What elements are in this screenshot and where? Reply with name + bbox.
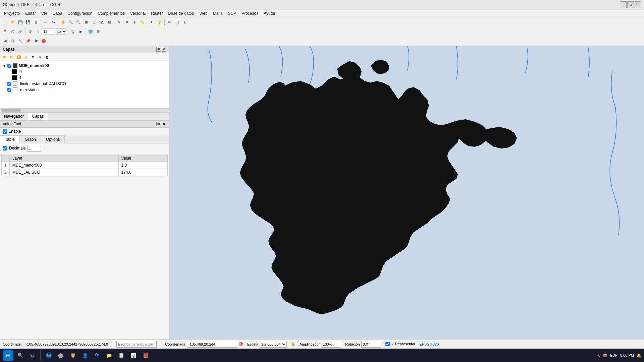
menu-editar[interactable]: Editar [22, 10, 38, 16]
layer-mde-menor500-checkbox[interactable] [7, 64, 11, 68]
move-bottom-btn[interactable]: ⬇ [37, 54, 43, 60]
maximize-button[interactable]: □ [627, 1, 634, 8]
stats-btn[interactable]: Σ [181, 18, 189, 26]
unit-select[interactable]: px [56, 28, 67, 35]
move-top-btn[interactable]: ⬆ [30, 54, 36, 60]
menu-web[interactable]: Web [197, 10, 210, 16]
vt-float-btn[interactable]: ⊞ [156, 122, 161, 126]
layer-mde-menor500[interactable]: ▼ MDE_menor500 [1, 63, 168, 69]
layer-tools-btn[interactable]: ⚙ [95, 28, 102, 35]
layer-mexstates[interactable]: mexstates [1, 87, 168, 93]
deselect-btn[interactable]: ✕ [123, 18, 130, 26]
plugin4-btn[interactable]: 🔴 [40, 37, 47, 45]
filter-btn2[interactable]: ⚡ [22, 54, 29, 60]
taskbar-chrome[interactable]: ⬤ [55, 350, 66, 361]
menu-vectorial[interactable]: Vectorial [127, 10, 148, 16]
menu-raster[interactable]: Ráster [148, 10, 165, 16]
menu-base-datos[interactable]: Base de datos [166, 10, 197, 16]
tab-capas[interactable]: Capas [28, 113, 48, 120]
new-group-btn[interactable]: 📁 [8, 54, 15, 60]
zoom-select-btn[interactable]: ⊠ [98, 18, 105, 26]
search-input[interactable] [116, 341, 157, 348]
tab-navegador[interactable]: Navegador [0, 113, 28, 120]
layers-float-btn[interactable]: ⊞ [156, 47, 161, 52]
attr-table-btn[interactable]: 📊 [173, 18, 181, 26]
taskbar-search[interactable]: 🔍 [15, 350, 25, 361]
coordenada-input[interactable] [187, 341, 237, 348]
gps-btn[interactable]: 📡 [69, 28, 77, 35]
taskbar-edge[interactable]: 🌐 [43, 350, 54, 361]
taskbar-app4[interactable]: 👤 [79, 350, 90, 361]
menu-configuracion[interactable]: Configuración [65, 10, 95, 16]
tray-up-arrow[interactable]: ∧ [597, 353, 600, 358]
vt-close-btn[interactable]: ✕ [162, 122, 166, 126]
identify-btn[interactable]: ℹ [131, 18, 138, 26]
zoom-in-btn[interactable]: 🔍 [67, 18, 74, 26]
tray-dropbox[interactable]: 📦 [603, 353, 607, 358]
minimize-button[interactable]: — [620, 1, 627, 8]
print-btn[interactable]: 🖨 [32, 18, 40, 26]
zoom-out-btn[interactable]: 🔍 [75, 18, 82, 26]
taskbar-qgis[interactable]: 🗺 [92, 350, 102, 361]
snap-btn[interactable]: 🔗 [17, 28, 24, 35]
start-button[interactable]: ⊞ [3, 350, 13, 361]
layer-limite-estadual[interactable]: limite_estadual_JALISCO [1, 81, 168, 87]
taskbar-pdf[interactable]: 📕 [140, 350, 151, 361]
save-as-btn[interactable]: 💾 [24, 18, 32, 26]
rotacion-input[interactable] [361, 341, 381, 348]
menu-proyecto[interactable]: Proyecto [1, 10, 22, 16]
plugin3-btn[interactable]: 🛠 [32, 37, 40, 45]
amplificador-input[interactable] [321, 341, 341, 348]
measure-btn[interactable]: 📏 [139, 18, 146, 26]
hscroll-thumb[interactable] [1, 109, 21, 112]
filter-layer-btn[interactable]: 🔽 [15, 54, 22, 60]
epsg-label[interactable]: EPSG:4326 [419, 342, 439, 346]
plugin1-btn[interactable]: 🔧 [17, 37, 24, 45]
vt-tab-table[interactable]: Table [0, 135, 20, 143]
open-btn[interactable]: 📂 [9, 18, 16, 26]
map-area[interactable] [169, 46, 644, 339]
enable-checkbox[interactable] [3, 129, 7, 134]
scale-btn[interactable]: ⤡ [34, 28, 42, 35]
vt-tab-options[interactable]: Options [41, 135, 65, 143]
close-button[interactable]: ✕ [635, 1, 641, 8]
refresh-btn[interactable]: ↻ [148, 18, 156, 26]
taskbar-task-view[interactable]: ⧉ [27, 350, 38, 361]
layer-mexstates-checkbox[interactable] [7, 88, 11, 92]
menu-ver[interactable]: Ver [39, 10, 50, 16]
new-btn[interactable]: 📄 [1, 18, 9, 26]
menu-ayuda[interactable]: Ayuda [261, 10, 278, 16]
taskbar-file[interactable]: 📁 [104, 350, 114, 361]
menu-complementos[interactable]: Complementos [95, 10, 127, 16]
edit-btn[interactable]: ✏ [166, 18, 173, 26]
menu-malla[interactable]: Malla [210, 10, 225, 16]
taskbar-app7[interactable]: 📋 [116, 350, 126, 361]
plugin2-btn[interactable]: 📌 [24, 37, 32, 45]
zoom-layer-btn[interactable]: ⊡ [90, 18, 98, 26]
escala-select[interactable]: 1:2.003.054 [260, 341, 287, 348]
menu-procesos[interactable]: Procesos [239, 10, 261, 16]
node-tool-btn[interactable]: ⬡ [9, 28, 16, 35]
zoom-native-btn[interactable]: ⊟ [106, 18, 113, 26]
tray-notification[interactable]: 🔔 [637, 353, 641, 358]
zoom-full-btn[interactable]: ⊞ [83, 18, 90, 26]
save-btn[interactable]: 💾 [17, 18, 24, 26]
redo-btn[interactable]: ↪ [50, 18, 57, 26]
representar-checkbox[interactable] [385, 342, 390, 346]
taskbar-powerpoint[interactable]: 📊 [128, 350, 139, 361]
font-size-input[interactable] [42, 28, 55, 35]
decimals-checkbox[interactable] [3, 146, 7, 150]
decimals-input[interactable] [28, 145, 41, 152]
menu-scp[interactable]: SCP [225, 10, 239, 16]
select-btn[interactable]: ↖ [115, 18, 123, 26]
back-btn[interactable]: ◀ [1, 37, 9, 45]
rotate-btn[interactable]: ⟳ [26, 28, 34, 35]
remove-layer-btn[interactable]: 🗑 [44, 54, 50, 60]
layers-close-btn[interactable]: ✕ [162, 47, 166, 52]
pan-btn[interactable]: ✋ [59, 18, 67, 26]
globe-btn[interactable]: 🌐 [87, 28, 94, 35]
open-layer-btn[interactable]: 📂 [1, 54, 8, 60]
menu-capa[interactable]: Capa [50, 10, 65, 16]
tip-btn[interactable]: 💡 [156, 18, 163, 26]
realtime-btn[interactable]: ▶ [77, 28, 85, 35]
